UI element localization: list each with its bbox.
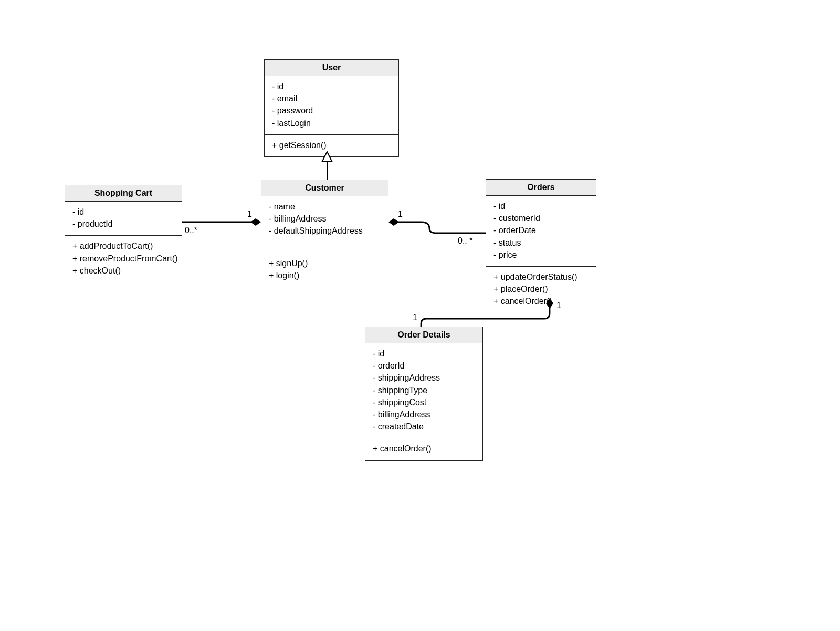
mult-orders-details-whole: 1: [556, 301, 561, 310]
op: + addProductToCart(): [72, 240, 174, 252]
attr: - id: [494, 200, 589, 212]
op: + cancelOrder(): [373, 443, 475, 455]
attr: - shippingAddress: [373, 372, 475, 384]
attr: - defaultShippingAddress: [269, 225, 381, 237]
attr: - orderDate: [494, 224, 589, 236]
attr: - status: [494, 237, 589, 249]
class-details-title: Order Details: [365, 327, 482, 343]
class-customer-attributes: - name - billingAddress - defaultShippin…: [261, 196, 388, 253]
class-details-operations: + cancelOrder(): [365, 438, 482, 460]
class-cart-title: Shopping Cart: [65, 185, 182, 202]
mult-orders-details-part: 1: [413, 313, 417, 322]
op: + removeProductFromCart(): [72, 253, 174, 265]
class-orders: Orders - id - customerId - orderDate - s…: [486, 179, 596, 313]
attr: - billingAddress: [269, 213, 381, 225]
mult-customer-cart-part: 0..*: [185, 226, 197, 235]
class-user-title: User: [265, 60, 398, 76]
rel-customer-orders: [388, 218, 486, 233]
class-orders-operations: + updateOrderStatus() + placeOrder() + c…: [486, 267, 596, 313]
op: + placeOrder(): [494, 283, 589, 295]
op: + signUp(): [269, 257, 381, 269]
class-order-details: Order Details - id - orderId - shippingA…: [365, 327, 483, 461]
op: + getSession(): [272, 139, 391, 151]
attr: - productId: [72, 218, 174, 230]
class-customer: Customer - name - billingAddress - defau…: [261, 180, 388, 287]
class-user-attributes: - id - email - password - lastLogin: [265, 76, 398, 135]
attr: - createdDate: [373, 420, 475, 433]
attr: - email: [272, 92, 391, 104]
attr: - billingAddress: [373, 408, 475, 420]
class-details-attributes: - id - orderId - shippingAddress - shipp…: [365, 343, 482, 438]
op: + updateOrderStatus(): [494, 271, 589, 283]
op: + checkOut(): [72, 265, 174, 277]
attr: - shippingType: [373, 384, 475, 396]
mult-customer-orders-part: 0.. *: [458, 236, 472, 246]
class-orders-title: Orders: [486, 180, 596, 196]
attr: - id: [272, 80, 391, 92]
class-cart-operations: + addProductToCart() + removeProductFrom…: [65, 236, 182, 282]
svg-marker-3: [250, 218, 261, 226]
attr: - orderId: [373, 360, 475, 372]
mult-customer-cart-whole: 1: [247, 209, 252, 219]
class-shopping-cart: Shopping Cart - id - productId + addProd…: [65, 185, 182, 282]
class-customer-title: Customer: [261, 180, 388, 196]
attr: - lastLogin: [272, 117, 391, 129]
attr: - id: [373, 348, 475, 360]
attr: - password: [272, 104, 391, 117]
class-orders-attributes: - id - customerId - orderDate - status -…: [486, 196, 596, 267]
class-cart-attributes: - id - productId: [65, 202, 182, 236]
rel-customer-cart: [182, 218, 261, 226]
attr: - name: [269, 201, 381, 213]
op: + cancelOrder(): [494, 295, 589, 307]
attr: - shippingCost: [373, 396, 475, 408]
op: + login(): [269, 269, 381, 281]
uml-canvas: User - id - email - password - lastLogin…: [0, 0, 840, 631]
class-user-operations: + getSession(): [265, 135, 398, 156]
attr: - customerId: [494, 212, 589, 224]
attr: - id: [72, 206, 174, 218]
attr: - price: [494, 249, 589, 261]
svg-marker-4: [388, 218, 399, 226]
class-user: User - id - email - password - lastLogin…: [264, 59, 399, 157]
class-customer-operations: + signUp() + login(): [261, 253, 388, 287]
mult-customer-orders-whole: 1: [398, 209, 403, 219]
connectors-layer: [0, 0, 840, 631]
